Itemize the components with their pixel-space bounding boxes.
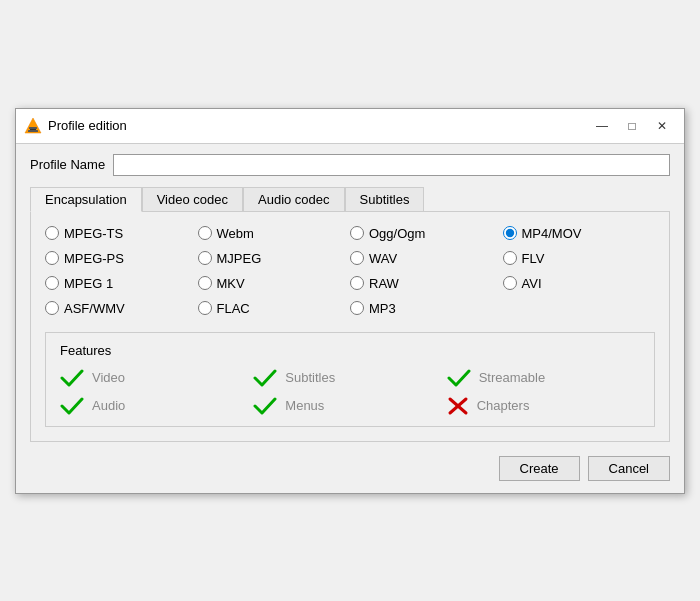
radio-flv[interactable] — [503, 251, 517, 265]
option-mp3[interactable]: MP3 — [350, 301, 503, 316]
window-title: Profile edition — [48, 118, 588, 133]
radio-mpeg1[interactable] — [45, 276, 59, 290]
cancel-button[interactable]: Cancel — [588, 456, 670, 481]
check-icon-video — [60, 368, 84, 388]
option-mpeg-ts[interactable]: MPEG-TS — [45, 226, 198, 241]
title-bar: Profile edition — □ ✕ — [16, 109, 684, 144]
features-title: Features — [60, 343, 640, 358]
bottom-buttons: Create Cancel — [30, 456, 670, 481]
option-asf-wmv[interactable]: ASF/WMV — [45, 301, 198, 316]
check-icon-subtitles — [253, 368, 277, 388]
label-mpeg-ps: MPEG-PS — [64, 251, 124, 266]
feature-subtitles: Subtitles — [253, 368, 446, 388]
radio-wav[interactable] — [350, 251, 364, 265]
option-flv[interactable]: FLV — [503, 251, 656, 266]
label-asf-wmv: ASF/WMV — [64, 301, 125, 316]
option-mjpeg[interactable]: MJPEG — [198, 251, 351, 266]
option-raw[interactable]: RAW — [350, 276, 503, 291]
radio-webm[interactable] — [198, 226, 212, 240]
label-mjpeg: MJPEG — [217, 251, 262, 266]
window-body: Profile Name Encapsulation Video codec A… — [16, 144, 684, 493]
radio-avi[interactable] — [503, 276, 517, 290]
features-box: Features Video Subtitles — [45, 332, 655, 427]
feature-streamable: Streamable — [447, 368, 640, 388]
radio-mpeg-ps[interactable] — [45, 251, 59, 265]
label-feature-chapters: Chapters — [477, 398, 530, 413]
label-flv: FLV — [522, 251, 545, 266]
feature-chapters: Chapters — [447, 396, 640, 416]
option-mpeg1[interactable]: MPEG 1 — [45, 276, 198, 291]
tab-content-encapsulation: MPEG-TS Webm Ogg/Ogm MP4/MOV MPEG- — [30, 211, 670, 442]
label-mkv: MKV — [217, 276, 245, 291]
option-flac[interactable]: FLAC — [198, 301, 351, 316]
label-mp4-mov: MP4/MOV — [522, 226, 582, 241]
main-window: Profile edition — □ ✕ Profile Name Encap… — [15, 108, 685, 494]
radio-mp3[interactable] — [350, 301, 364, 315]
label-avi: AVI — [522, 276, 542, 291]
label-webm: Webm — [217, 226, 254, 241]
label-feature-subtitles: Subtitles — [285, 370, 335, 385]
option-ogg-ogm[interactable]: Ogg/Ogm — [350, 226, 503, 241]
check-icon-audio — [60, 396, 84, 416]
label-mp3: MP3 — [369, 301, 396, 316]
label-ogg-ogm: Ogg/Ogm — [369, 226, 425, 241]
label-feature-menus: Menus — [285, 398, 324, 413]
feature-audio: Audio — [60, 396, 253, 416]
encapsulation-options: MPEG-TS Webm Ogg/Ogm MP4/MOV MPEG- — [45, 226, 655, 316]
option-webm[interactable]: Webm — [198, 226, 351, 241]
label-feature-audio: Audio — [92, 398, 125, 413]
label-flac: FLAC — [217, 301, 250, 316]
window-controls: — □ ✕ — [588, 115, 676, 137]
minimize-button[interactable]: — — [588, 115, 616, 137]
option-mkv[interactable]: MKV — [198, 276, 351, 291]
label-feature-streamable: Streamable — [479, 370, 545, 385]
check-icon-menus — [253, 396, 277, 416]
option-avi[interactable]: AVI — [503, 276, 656, 291]
label-wav: WAV — [369, 251, 397, 266]
label-raw: RAW — [369, 276, 399, 291]
create-button[interactable]: Create — [499, 456, 580, 481]
tab-subtitles[interactable]: Subtitles — [345, 187, 425, 212]
svg-rect-3 — [28, 130, 38, 132]
tab-audio-codec[interactable]: Audio codec — [243, 187, 345, 212]
profile-name-label: Profile Name — [30, 157, 105, 172]
tab-encapsulation[interactable]: Encapsulation — [30, 187, 142, 212]
label-mpeg-ts: MPEG-TS — [64, 226, 123, 241]
profile-name-input[interactable] — [113, 154, 670, 176]
maximize-button[interactable]: □ — [618, 115, 646, 137]
app-icon — [24, 117, 42, 135]
tab-video-codec[interactable]: Video codec — [142, 187, 243, 212]
label-mpeg1: MPEG 1 — [64, 276, 113, 291]
radio-raw[interactable] — [350, 276, 364, 290]
radio-flac[interactable] — [198, 301, 212, 315]
cross-icon-chapters — [447, 396, 469, 416]
close-button[interactable]: ✕ — [648, 115, 676, 137]
radio-mjpeg[interactable] — [198, 251, 212, 265]
radio-mp4-mov[interactable] — [503, 226, 517, 240]
feature-video: Video — [60, 368, 253, 388]
option-mpeg-ps[interactable]: MPEG-PS — [45, 251, 198, 266]
tabs-bar: Encapsulation Video codec Audio codec Su… — [30, 186, 670, 211]
check-icon-streamable — [447, 368, 471, 388]
radio-asf-wmv[interactable] — [45, 301, 59, 315]
radio-mkv[interactable] — [198, 276, 212, 290]
svg-rect-2 — [29, 127, 37, 129]
label-feature-video: Video — [92, 370, 125, 385]
option-wav[interactable]: WAV — [350, 251, 503, 266]
features-grid: Video Subtitles Streamable — [60, 368, 640, 416]
radio-mpeg-ts[interactable] — [45, 226, 59, 240]
feature-menus: Menus — [253, 396, 446, 416]
option-mp4-mov[interactable]: MP4/MOV — [503, 226, 656, 241]
profile-name-row: Profile Name — [30, 154, 670, 176]
radio-ogg-ogm[interactable] — [350, 226, 364, 240]
